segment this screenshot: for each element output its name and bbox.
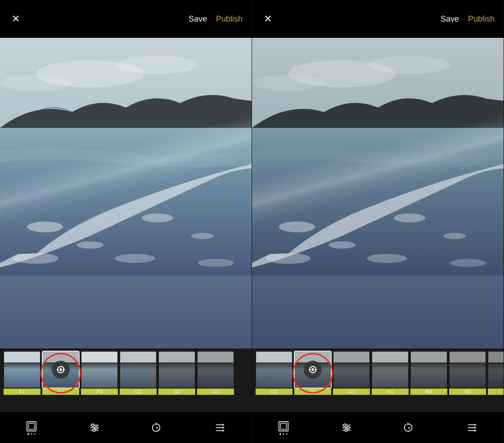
filter-item-g2[interactable]: G2	[158, 352, 195, 395]
right-filter-label-hmore: H	[488, 389, 504, 395]
right-filter-item-g2[interactable]: G2	[294, 352, 331, 395]
svg-point-34	[252, 75, 324, 91]
svg-point-33	[369, 56, 450, 74]
svg-marker-29	[223, 426, 225, 429]
svg-point-38	[394, 213, 425, 222]
presets-icon	[214, 422, 226, 434]
left-toolbar	[0, 411, 252, 443]
left-image-area	[0, 38, 252, 348]
right-adjust-icon	[341, 422, 352, 434]
right-filter-thumb-g3	[333, 352, 369, 388]
svg-point-2	[117, 56, 198, 74]
dot-2	[31, 433, 32, 435]
svg-point-7	[142, 213, 173, 222]
svg-point-44	[311, 368, 314, 371]
right-filter-label-g3: G3	[333, 389, 370, 395]
right-filter-item-g3[interactable]: G3	[333, 352, 370, 395]
svg-marker-60	[475, 426, 477, 429]
filter-label-g2: G2	[158, 389, 195, 395]
right-toolbar-presets[interactable]	[466, 422, 478, 434]
right-image-svg	[252, 38, 504, 276]
right-publish-button[interactable]: Publish	[468, 14, 495, 24]
svg-point-8	[191, 233, 214, 239]
right-filter-item-hmore[interactable]: H	[488, 352, 504, 395]
svg-marker-61	[475, 429, 477, 432]
filter-item-g3[interactable]: G3	[197, 352, 234, 395]
filter-label-g3: G3	[197, 389, 234, 395]
svg-point-52	[347, 426, 350, 429]
left-close-button[interactable]: ✕	[9, 12, 22, 26]
svg-point-39	[443, 233, 466, 239]
left-filter-row: F1 F2	[0, 348, 252, 398]
right-header-actions: Save Publish	[441, 14, 495, 24]
left-beach-image	[0, 38, 252, 348]
svg-point-13	[59, 368, 62, 371]
revert-icon	[151, 422, 163, 434]
svg-point-19	[91, 424, 94, 426]
right-presets-icon	[466, 422, 478, 434]
svg-point-11	[198, 259, 234, 267]
frames-icon	[26, 420, 37, 432]
filter-thumb-g1	[120, 352, 156, 388]
svg-point-36	[279, 222, 315, 232]
filter-thumb-g2	[159, 352, 195, 388]
svg-point-50	[343, 424, 346, 426]
right-header: ✕ Save Publish	[252, 0, 504, 38]
svg-rect-48	[280, 423, 286, 429]
svg-point-6	[76, 241, 104, 249]
filter-label-f2: F2	[42, 389, 79, 395]
right-filter-item-h3[interactable]: H3	[449, 352, 486, 395]
right-toolbar-revert[interactable]	[403, 422, 415, 434]
right-dot-2	[283, 433, 284, 435]
filter-thumb-f1	[4, 352, 40, 388]
dot-3	[34, 433, 36, 435]
filter-item-f3[interactable]: F3	[81, 352, 118, 395]
filter-item-f1[interactable]: F1	[4, 352, 40, 395]
filter-thumb-g3	[198, 352, 234, 388]
right-beach-image	[252, 38, 504, 348]
right-filter-thumb-g2	[295, 352, 331, 388]
svg-point-54	[345, 429, 347, 431]
right-toolbar-frames[interactable]	[278, 420, 289, 435]
right-filter-thumb-g1	[256, 352, 292, 388]
right-filter-label-h3: H3	[449, 389, 486, 395]
right-close-button[interactable]: ✕	[261, 12, 274, 26]
left-image-svg	[0, 38, 252, 276]
right-filter-row: G1 G2	[252, 348, 504, 398]
svg-point-9	[14, 253, 58, 264]
left-save-button[interactable]: Save	[189, 14, 207, 24]
svg-point-41	[367, 254, 407, 263]
right-image-area	[252, 38, 504, 348]
left-toolbar-presets[interactable]	[214, 422, 226, 434]
filter-label-f3: F3	[81, 389, 118, 395]
right-filter-thumb-h1	[372, 352, 408, 388]
svg-point-3	[0, 75, 72, 91]
left-toolbar-adjust[interactable]	[89, 422, 100, 434]
filter-item-f2[interactable]: F2	[42, 352, 79, 395]
left-filter-strip: F1 F2	[0, 348, 252, 411]
right-filter-item-g1[interactable]: G1	[256, 352, 292, 395]
filter-label-f1: F1	[4, 389, 40, 395]
filter-thumb-f3	[81, 352, 117, 388]
right-filter-thumb-h3	[450, 352, 486, 388]
right-frames-icon	[278, 420, 289, 432]
right-filter-item-h2[interactable]: H2	[410, 352, 447, 395]
filter-item-g1[interactable]: G1	[120, 352, 157, 395]
left-header-actions: Save Publish	[189, 14, 243, 24]
svg-point-37	[328, 241, 356, 249]
right-filter-thumb-h2	[411, 352, 447, 388]
right-toolbar-adjust[interactable]	[341, 422, 352, 434]
svg-marker-30	[223, 429, 225, 432]
svg-point-5	[27, 222, 63, 232]
left-toolbar-frames[interactable]	[26, 420, 37, 435]
svg-marker-28	[223, 423, 225, 426]
right-save-button[interactable]: Save	[441, 14, 459, 24]
right-filter-label-h2: H2	[410, 389, 447, 395]
svg-point-55	[409, 427, 410, 429]
left-publish-button[interactable]: Publish	[216, 14, 243, 24]
right-filter-item-h1[interactable]: H1	[372, 352, 409, 395]
dot-1	[27, 433, 29, 435]
right-dot-indicators	[279, 433, 288, 435]
left-toolbar-revert[interactable]	[151, 422, 163, 434]
svg-point-10	[115, 254, 155, 263]
